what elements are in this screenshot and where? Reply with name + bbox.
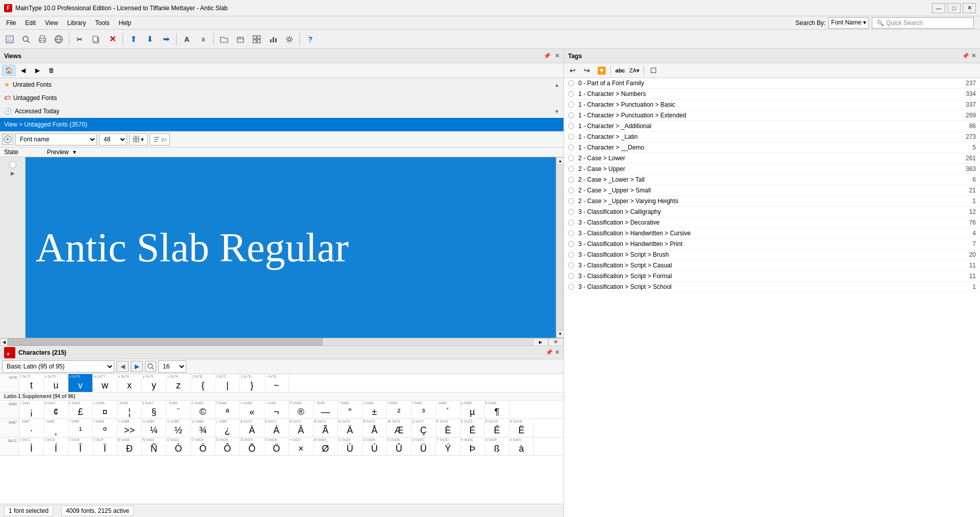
tags-filter-button[interactable]: 🔽 [595,65,608,76]
views-close-button[interactable]: ✕ [555,53,559,59]
char-cell-xc8[interactable]: È 0xC8È [436,419,460,437]
char-cell-xd2[interactable]: Ò 0xD2Ò [166,437,191,455]
preview-scrollbar[interactable]: ▲ ▼ [556,157,564,338]
views-pin-button[interactable]: 📌 [544,53,551,59]
char-cell-xa3[interactable]: £ 0xA3£ [68,401,93,418]
tag-item-16[interactable]: 3 - Classification > Script > Brush 20 [564,250,980,260]
char-cell-xd6[interactable]: Ö 0xD6Ö [264,437,289,455]
char-cell-xc9[interactable]: É 0xC9É [460,419,485,437]
char-cell-xba[interactable]: º 0xBAº [93,419,117,437]
tags-back-button[interactable]: ↩ [566,65,579,76]
h-scroll-end-button[interactable]: ⊞ [548,338,564,346]
menu-help[interactable]: Help [115,18,136,28]
grid-view-button[interactable]: ▾ [129,133,148,145]
char-cell-xcc[interactable]: Ì 0xCCÌ [19,437,44,455]
char-cell-xcf[interactable]: Ï 0xCFÏ [93,437,117,455]
char-cell-xa1[interactable]: ¡ 0xA1¡ [19,401,44,418]
char-cell-xb3[interactable]: ³ 0xB3³ [411,401,436,418]
cut-button[interactable]: ✂ [72,32,87,47]
tree-item-unrated[interactable]: ★ Unrated Fonts ▲ [0,78,564,91]
char-cell-z[interactable]: z 0x7A z [166,374,191,392]
char-cell-xc4[interactable]: Ä 0xC4Ä [338,419,362,437]
char-cell-xb5[interactable]: µ 0xB5µ [460,401,485,418]
chars-back-button[interactable]: ◀ [116,361,129,372]
font-name-dropdown[interactable]: Font name [15,133,97,145]
tag-item-15[interactable]: 3 - Classification > Handwritten > Print… [564,239,980,250]
tag-radio-11[interactable] [568,198,574,204]
char-cell-xd9[interactable]: Ù 0xD9Ù [338,437,362,455]
char-cell-xb1[interactable]: ± 0xB1± [362,401,387,418]
tag-radio-16[interactable] [568,252,574,258]
chars-search-button[interactable] [145,361,156,372]
tag-radio-15[interactable] [568,241,574,247]
char-cell-xa4[interactable]: ¤ 0xA4¤ [93,401,117,418]
search-input[interactable]: 🔍 Quick Search [872,17,974,29]
tag-radio-13[interactable] [568,219,574,226]
web-button[interactable] [51,32,66,47]
tag-radio-2[interactable] [568,102,574,108]
char-cell-xd5[interactable]: Õ 0xD5Õ [240,437,264,455]
views-home-button[interactable]: 🏠 [2,65,15,76]
char-cell-xc5[interactable]: Å 0xC5Å [362,419,387,437]
font-size-dropdown[interactable]: 48 [99,133,127,145]
char-cell-t[interactable]: t 0x75 t [19,374,44,392]
char-cell-rbrace[interactable]: } 0x7D } [240,374,264,392]
char-cell-xb4[interactable]: ´ 0xB4´ [436,401,460,418]
tags-forward-button[interactable]: ↪ [580,65,594,76]
zoom-button[interactable] [18,32,34,47]
minimize-button[interactable]: — [932,3,945,13]
scroll-up-button[interactable]: ▲ [556,157,564,165]
views-prev-button[interactable]: ◀ [16,65,30,76]
char-cell-u[interactable]: u 0x75 u [44,374,68,392]
tag-item-12[interactable]: 3 - Classification > Calligraphy 12 [564,207,980,217]
char-cell-xdd[interactable]: Ý 0xDDÝ [436,437,460,455]
char-cell-xa6[interactable]: ¦ 0xA6¦ [117,401,142,418]
char-cell-w[interactable]: w 0x77 w [93,374,117,392]
tag-item-9[interactable]: 2 - Case > _Lower > Tall 6 [564,175,980,185]
tag-item-0[interactable]: 0 - Part of a Font Family 237 [564,78,980,89]
activate-button[interactable]: ➡ [158,32,174,47]
save-button[interactable] [2,32,17,47]
char-cell-xc2[interactable]: Â 0xC2Â [289,419,313,437]
char-cell-xbd[interactable]: ½ 0xBD½ [166,419,191,437]
char-cell-xc6[interactable]: Æ 0xC6Æ [387,419,411,437]
help-button[interactable]: ? [303,32,318,47]
char-cell-xd8[interactable]: Ø 0xD8Ø [313,437,338,455]
tag-item-7[interactable]: 2 - Case > Lower 261 [564,153,980,164]
scroll-down-button[interactable]: ▼ [556,330,564,338]
menu-tools[interactable]: Tools [91,18,114,28]
tag-radio-19[interactable] [568,284,574,290]
char-cell-xc7[interactable]: Ç 0xC7Ç [411,419,436,437]
char-cell-xc3[interactable]: Ã 0xC3Ã [313,419,338,437]
title-bar-controls[interactable]: — □ ✕ [932,3,976,13]
menu-file[interactable]: File [2,18,20,28]
print-button[interactable] [35,32,50,47]
tag-radio-4[interactable] [568,123,574,129]
tag-radio-0[interactable] [568,80,574,86]
search-by-dropdown[interactable]: Font Name ▾ [828,17,869,29]
char-cell-xd4[interactable]: Ô 0xD4Ô [215,437,240,455]
char-cell-xbf[interactable]: ¿ 0xBF¿ [215,419,240,437]
tag-item-19[interactable]: 3 - Classification > Script > School 1 [564,282,980,292]
sort-button[interactable]: ZA [150,133,170,145]
char-cell-xde[interactable]: Þ 0xDEÞ [460,437,485,455]
close-button[interactable]: ✕ [963,3,976,13]
char-cell-xa7[interactable]: § 0xA7§ [142,401,166,418]
char-cell-xcd[interactable]: Í 0xCDÍ [44,437,68,455]
tags-abc-button[interactable]: abc [614,65,627,76]
package-button[interactable] [233,32,248,47]
char-cell-xb7[interactable]: · 0xB7· [19,419,44,437]
h-scroll-track[interactable] [8,338,533,346]
tree-item-accessed[interactable]: 🕐 Accessed Today ▼ [0,105,564,118]
char-cell-tilde[interactable]: ~ 0x7E ~ [264,374,289,392]
char-cell-xbe[interactable]: ¾ 0xBE¾ [191,419,215,437]
tag-radio-12[interactable] [568,209,574,215]
install-button[interactable]: ⬆ [126,32,141,47]
char-cell-x[interactable]: x 0x78 x [117,374,142,392]
font-list-icon[interactable] [2,134,13,145]
folder-button[interactable] [216,32,232,47]
tag-item-1[interactable]: 1 - Character > Numbers 334 [564,89,980,100]
maximize-button[interactable]: □ [947,3,961,13]
tag-item-8[interactable]: 2 - Case > Upper 363 [564,164,980,175]
char-cell-v[interactable]: v 0x76 v [68,374,93,392]
